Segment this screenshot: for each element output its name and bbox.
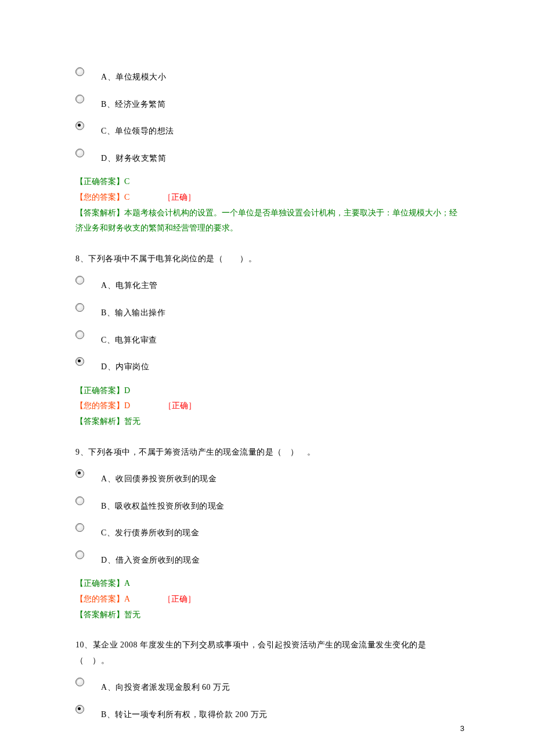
correct-answer-line: 【正确答案】C: [75, 174, 459, 190]
option-row[interactable]: C、单位领导的想法: [75, 120, 459, 139]
option-label: C、电算化审查: [101, 329, 157, 348]
radio-icon[interactable]: [75, 550, 84, 559]
explanation-text: 本题考核会计机构的设置。一个单位是否单独设置会计机构，主要取决于：单位规模大小；…: [75, 208, 457, 233]
option-label: C、单位领导的想法: [101, 120, 174, 139]
radio-wrap: [75, 302, 101, 312]
option-row[interactable]: B、转让一项专利所有权，取得价款 200 万元: [75, 704, 459, 723]
radio-wrap: [75, 356, 101, 366]
radio-wrap: [75, 147, 101, 157]
explanation-text: 暂无: [124, 610, 140, 619]
option-label: D、内审岗位: [101, 356, 149, 375]
your-answer-line: 【您的答案】D ［正确］: [75, 398, 459, 414]
question-number: 9、: [75, 448, 88, 456]
your-answer-value: A: [124, 595, 129, 603]
question-block: A、单位规模大小 B、经济业务繁简 C、单位领导的想法 D、财务收支繁简 【正确…: [75, 66, 459, 236]
radio-wrap: [75, 329, 101, 339]
option-label: D、借入资金所收到的现金: [101, 549, 200, 568]
status-badge: ［正确］: [164, 398, 196, 414]
radio-icon[interactable]: [75, 678, 84, 686]
explanation-text: 暂无: [124, 417, 140, 426]
radio-wrap: [75, 495, 101, 505]
explanation-line: 【答案解析】本题考核会计机构的设置。一个单位是否单独设置会计机构，主要取决于：单…: [75, 206, 459, 236]
question-stem: 10、某企业 2008 年度发生的下列交易或事项中，会引起投资活动产生的现金流量…: [75, 638, 459, 668]
radio-wrap: [75, 468, 101, 478]
question-number: 10、: [75, 640, 93, 649]
page: A、单位规模大小 B、经济业务繁简 C、单位领导的想法 D、财务收支繁简 【正确…: [0, 0, 534, 756]
radio-wrap: [75, 676, 101, 686]
radio-icon[interactable]: [75, 357, 84, 366]
question-text: 下列各项中，不属于筹资活动产生的现金流量的是（ ） 。: [88, 448, 316, 456]
option-label: B、吸收权益性投资所收到的现金: [101, 495, 225, 514]
your-answer-value: C: [124, 193, 129, 201]
option-row[interactable]: A、收回债券投资所收到的现金: [75, 468, 459, 487]
your-answer-prefix: 【您的答案】: [75, 595, 124, 603]
option-row[interactable]: D、借入资金所收到的现金: [75, 549, 459, 568]
correct-answer-prefix: 【正确答案】: [75, 579, 124, 588]
correct-answer-line: 【正确答案】D: [75, 383, 459, 399]
explanation-prefix: 【答案解析】: [75, 610, 124, 619]
option-label: B、输入输出操作: [101, 302, 165, 321]
answer-block: 【正确答案】A 【您的答案】A ［正确］ 【答案解析】暂无: [75, 576, 459, 622]
radio-wrap: [75, 93, 101, 103]
radio-icon[interactable]: [75, 523, 84, 532]
correct-answer-value: D: [124, 386, 130, 395]
radio-icon[interactable]: [75, 469, 84, 478]
option-label: A、单位规模大小: [101, 66, 166, 85]
question-block: 9、下列各项中，不属于筹资活动产生的现金流量的是（ ） 。 A、收回债券投资所收…: [75, 445, 459, 623]
radio-icon[interactable]: [75, 330, 84, 339]
radio-icon[interactable]: [75, 276, 84, 285]
answer-block: 【正确答案】D 【您的答案】D ［正确］ 【答案解析】暂无: [75, 383, 459, 430]
your-answer-prefix: 【您的答案】: [75, 401, 124, 410]
option-label: B、转让一项专利所有权，取得价款 200 万元: [101, 704, 268, 723]
explanation-prefix: 【答案解析】: [75, 208, 124, 217]
radio-icon[interactable]: [75, 121, 84, 130]
option-row[interactable]: A、电算化主管: [75, 275, 459, 294]
radio-wrap: [75, 66, 101, 76]
answer-block: 【正确答案】C 【您的答案】C ［正确］ 【答案解析】本题考核会计机构的设置。一…: [75, 174, 459, 236]
question-text: 下列各项中不属于电算化岗位的是（ ）。: [88, 254, 257, 263]
option-row[interactable]: D、内审岗位: [75, 356, 459, 375]
question-block: 8、下列各项中不属于电算化岗位的是（ ）。 A、电算化主管 B、输入输出操作 C…: [75, 251, 459, 430]
your-answer-prefix: 【您的答案】: [75, 193, 124, 201]
your-answer-line: 【您的答案】A ［正确］: [75, 592, 459, 607]
option-row[interactable]: B、吸收权益性投资所收到的现金: [75, 495, 459, 514]
radio-icon[interactable]: [75, 67, 84, 76]
option-row[interactable]: D、财务收支繁简: [75, 147, 459, 167]
option-row[interactable]: B、经济业务繁简: [75, 93, 459, 113]
option-row[interactable]: A、单位规模大小: [75, 66, 459, 85]
radio-wrap: [75, 120, 101, 130]
correct-answer-value: C: [124, 177, 129, 186]
option-label: C、发行债券所收到的现金: [101, 522, 199, 541]
explanation-line: 【答案解析】暂无: [75, 607, 459, 623]
radio-wrap: [75, 549, 101, 559]
radio-icon[interactable]: [75, 303, 84, 312]
option-label: A、向投资者派发现金股利 60 万元: [101, 676, 230, 696]
page-number: 3: [460, 722, 464, 736]
radio-icon[interactable]: [75, 95, 84, 103]
radio-wrap: [75, 275, 101, 285]
option-row[interactable]: C、电算化审查: [75, 329, 459, 348]
correct-answer-value: A: [124, 579, 130, 588]
option-label: A、收回债券投资所收到的现金: [101, 468, 217, 487]
correct-answer-line: 【正确答案】A: [75, 576, 459, 592]
option-row[interactable]: A、向投资者派发现金股利 60 万元: [75, 676, 459, 696]
radio-wrap: [75, 522, 101, 532]
status-badge: ［正确］: [163, 592, 196, 607]
question-stem: 9、下列各项中，不属于筹资活动产生的现金流量的是（ ） 。: [75, 445, 459, 460]
option-label: D、财务收支繁简: [101, 147, 166, 167]
radio-icon[interactable]: [75, 496, 84, 505]
radio-icon[interactable]: [75, 705, 84, 714]
question-number: 8、: [75, 254, 88, 263]
correct-answer-prefix: 【正确答案】: [75, 177, 124, 186]
correct-answer-prefix: 【正确答案】: [75, 386, 124, 395]
option-row[interactable]: B、输入输出操作: [75, 302, 459, 321]
option-label: A、电算化主管: [101, 275, 158, 294]
explanation-prefix: 【答案解析】: [75, 417, 124, 426]
radio-wrap: [75, 704, 101, 714]
explanation-line: 【答案解析】暂无: [75, 414, 459, 430]
your-answer-line: 【您的答案】C ［正确］: [75, 190, 459, 206]
radio-icon[interactable]: [75, 149, 84, 157]
your-answer-value: D: [124, 401, 130, 410]
option-label: B、经济业务繁简: [101, 93, 165, 113]
option-row[interactable]: C、发行债券所收到的现金: [75, 522, 459, 541]
